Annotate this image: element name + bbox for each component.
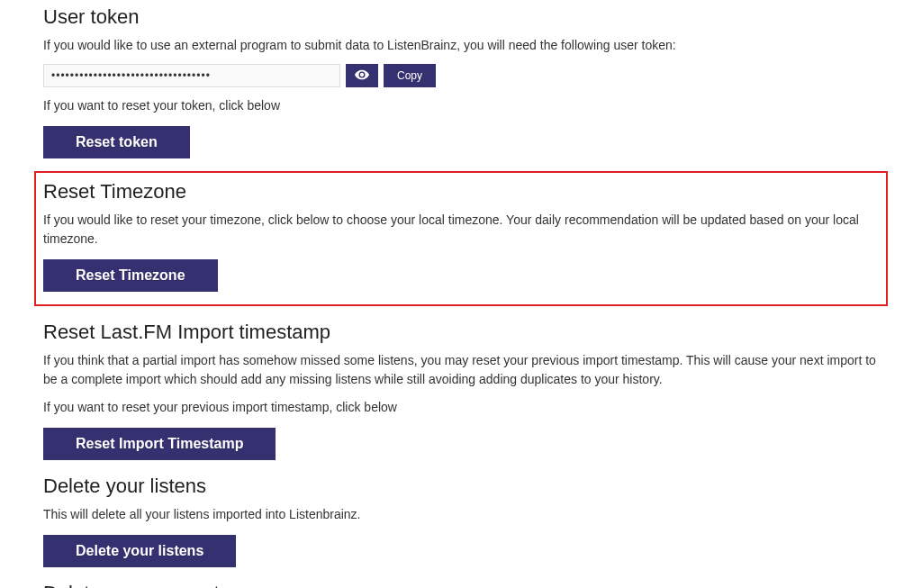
delete-listens-desc: This will delete all your listens import… <box>43 505 879 524</box>
reset-timezone-highlight: Reset Timezone If you would like to rese… <box>34 171 888 306</box>
delete-listens-heading: Delete your listens <box>43 475 879 498</box>
delete-account-section: Delete your account Delete my account <box>43 576 879 588</box>
reset-lastfm-desc: If you think that a partial import has s… <box>43 351 879 389</box>
delete-listens-button[interactable]: Delete your listens <box>43 535 236 567</box>
token-row: Copy <box>43 64 879 87</box>
user-token-input[interactable] <box>43 64 340 87</box>
reset-timezone-desc: If you would like to reset your timezone… <box>43 211 879 249</box>
copy-token-button[interactable]: Copy <box>384 64 436 87</box>
user-token-section: User token If you would like to use an e… <box>43 0 879 167</box>
reset-lastfm-heading: Reset Last.FM Import timestamp <box>43 321 879 344</box>
user-token-desc: If you would like to use an external pro… <box>43 36 879 55</box>
reset-timezone-section: Reset Timezone If you would like to rese… <box>43 180 879 292</box>
reset-token-button[interactable]: Reset token <box>43 126 190 158</box>
reset-lastfm-desc2: If you want to reset your previous impor… <box>43 398 879 417</box>
reset-token-desc: If you want to reset your token, click b… <box>43 96 879 115</box>
reveal-token-button[interactable] <box>346 64 378 87</box>
reset-timezone-button[interactable]: Reset Timezone <box>43 259 218 292</box>
reset-lastfm-section: Reset Last.FM Import timestamp If you th… <box>43 315 879 469</box>
delete-listens-section: Delete your listens This will delete all… <box>43 469 879 576</box>
user-token-heading: User token <box>43 5 879 29</box>
reset-import-timestamp-button[interactable]: Reset Import Timestamp <box>43 428 276 460</box>
reset-timezone-heading: Reset Timezone <box>43 180 879 204</box>
delete-account-heading: Delete your account <box>43 582 879 588</box>
eye-icon <box>355 69 369 83</box>
